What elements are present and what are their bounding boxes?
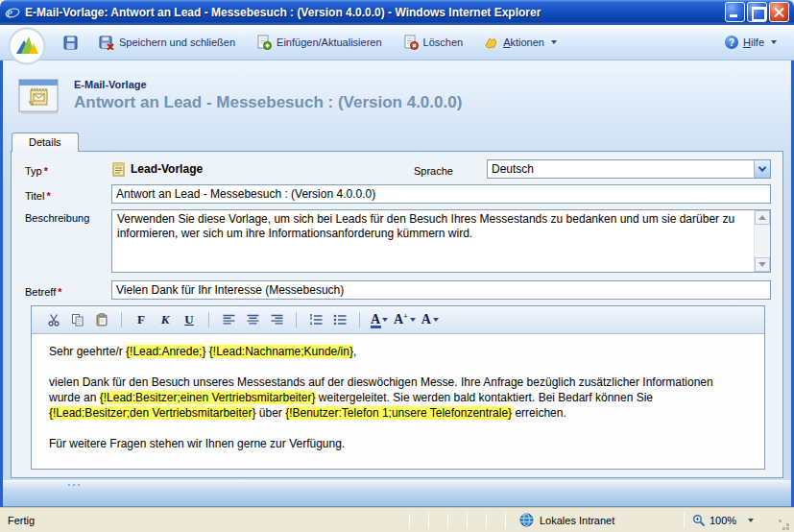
toolbar-separator [359,312,360,327]
required-marker: * [44,165,48,177]
help-label: Hilfe [743,36,764,48]
statusbar-divider [409,513,410,528]
italic-button[interactable]: K [155,310,176,330]
decrease-font-button[interactable]: A [420,310,441,330]
actions-label: Aktionen [503,36,544,48]
svg-text:e: e [7,6,12,20]
record-title: Antwort an Lead - Messebesuch : (Version… [74,93,462,112]
maximize-button[interactable] [747,2,767,22]
bullet-list-button[interactable] [329,310,350,330]
editor-body[interactable]: Sehr geehrte/r {!Lead:Anrede;} {!Lead:Na… [32,334,764,469]
toolbar-separator [296,312,297,327]
align-center-button[interactable] [242,310,263,330]
statusbar-divider [467,513,468,528]
crm-logo-icon [8,27,46,65]
copy-button[interactable] [67,310,88,330]
sprache-select[interactable]: Deutsch [487,159,771,179]
editor-paragraph [49,421,747,436]
entity-type-label: E-Mail-Vorlage [74,79,462,90]
toolbar-separator [121,312,122,327]
tab-details[interactable]: Details [12,133,79,152]
paste-button[interactable] [91,310,112,330]
betreff-label: Betreff* [19,283,111,298]
close-button[interactable] [769,2,789,22]
template-field-token: {!Lead:Nachname;Kunde/in} [209,345,353,358]
email-body-editor: F K U [31,305,765,470]
triangle-up-icon [758,215,766,220]
insert-update-button[interactable]: Einfügen/Aktualisieren [251,31,387,54]
editor-toolbar: F K U [32,306,764,334]
beschreibung-scrollbar[interactable] [754,210,770,272]
help-menu-button[interactable]: ? Hilfe [719,32,782,53]
resize-grip[interactable] [777,518,791,532]
align-left-button[interactable] [218,310,239,330]
required-marker: * [46,190,50,202]
betreff-input[interactable] [111,280,771,300]
numbered-list-button[interactable] [305,310,326,330]
titel-input[interactable] [111,184,771,204]
numbered-list-icon [309,314,323,326]
statusbar-divider [486,513,487,528]
save-and-close-icon [99,36,114,50]
editor-paragraph: vielen Dank für den Besuch unseres Messe… [49,375,747,421]
underline-button[interactable]: U [179,310,200,330]
beschreibung-label: Beschreibung [19,209,111,224]
increase-font-button[interactable]: A+ [393,310,417,330]
sprache-dropdown-button[interactable] [754,160,770,178]
minimize-button[interactable] [725,2,745,22]
globe-icon [519,513,534,527]
zoom-control[interactable]: 100% [685,514,777,527]
page-body: E-Mail-Vorlage Antwort an Lead - Messebe… [0,60,794,507]
delete-label: Löschen [423,36,464,48]
delete-button[interactable]: Löschen [397,31,469,54]
body-text: Sehr geehrte/r [49,345,126,358]
font-color-button[interactable]: A [369,310,390,330]
copy-icon [71,313,84,326]
cut-button[interactable] [43,310,64,330]
actions-menu-button[interactable]: Aktionen [478,32,563,54]
bold-button[interactable]: F [131,310,152,330]
beschreibung-textarea[interactable]: Verwenden Sie diese Vorlage, um sich bei… [111,209,771,273]
bullet-list-icon [333,314,347,326]
editor-paragraph: Sehr geehrte/r {!Lead:Anrede;} {!Lead:Na… [49,344,747,359]
chevron-down-icon [758,163,766,171]
template-field-token: {!Benutzer:Telefon 1;unsere Telefonzentr… [285,406,512,420]
internet-explorer-icon[interactable]: e [5,5,20,20]
align-right-button[interactable] [266,310,287,330]
editor-paragraph: Für weitere Fragen stehen wir Ihnen gern… [49,436,747,451]
plus-mark: + [403,312,408,321]
details-form: Typ* Lead-Vorlage Sprache Deutsch [11,151,783,478]
form-row-beschreibung: Beschreibung Verwenden Sie diese Vorlage… [19,209,771,273]
form-row-typ: Typ* Lead-Vorlage Sprache Deutsch [19,159,771,179]
chevron-down-icon [748,519,754,522]
align-left-icon [223,314,235,326]
form-row-betreff: Betreff* [19,280,771,300]
footer-band [3,480,791,507]
chevron-down-icon [410,318,416,322]
chevron-down-icon [771,40,777,44]
scroll-up-button[interactable] [755,210,770,225]
chevron-down-icon [433,318,439,322]
record-header: E-Mail-Vorlage Antwort an Lead - Messebe… [3,60,791,130]
save-icon [63,36,78,50]
save-button[interactable] [58,32,84,54]
save-and-close-button[interactable]: Speichern und schließen [93,32,241,54]
body-text: Für weitere Fragen stehen wir Ihnen gern… [49,437,345,450]
window-title: E-Mail-Vorlage: Antwort an Lead - Messeb… [25,6,720,19]
editor-paragraph [49,359,747,375]
magnifier-icon [692,514,706,527]
help-icon: ? [725,36,738,49]
toolbar-separator [208,312,209,327]
paste-icon [95,313,108,326]
form-row-titel: Titel* [19,184,771,204]
required-marker: * [58,286,61,298]
insert-update-icon [256,35,272,50]
triangle-down-icon [758,262,766,267]
template-field-token: {!Lead:Anrede;} [126,345,205,358]
align-right-icon [271,314,283,326]
scissors-icon [47,313,60,326]
body-text: über [255,406,285,420]
title-bar: e E-Mail-Vorlage: Antwort an Lead - Mess… [0,0,794,24]
sprache-label: Sprache [402,162,487,177]
scroll-down-button[interactable] [755,257,770,272]
